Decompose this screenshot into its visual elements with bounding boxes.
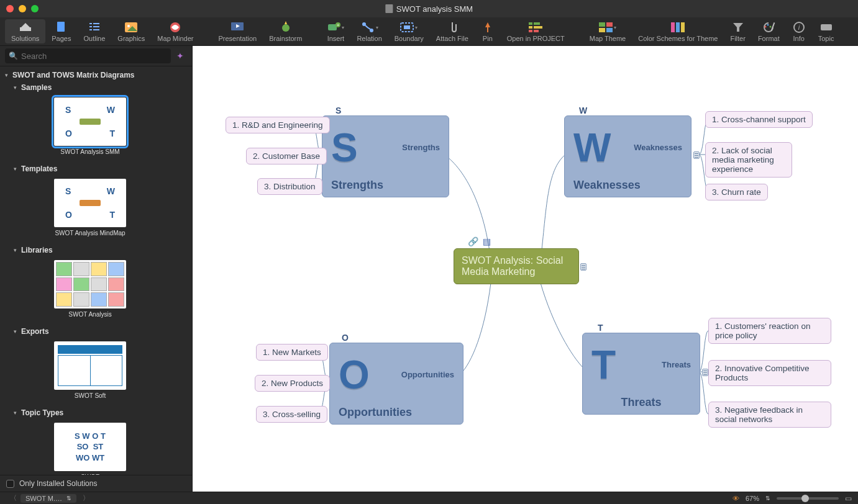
o-item-3[interactable]: 3. Cross-selling: [256, 406, 327, 423]
toolbar-relation[interactable]: ▾ Relation: [350, 19, 388, 43]
template-thumb-preview[interactable]: SWOT: [54, 179, 126, 227]
toolbar-format[interactable]: Format: [752, 19, 786, 43]
toolbar-attach-file[interactable]: Attach File: [430, 19, 475, 43]
toolbar-map-theme[interactable]: ▾ Map Theme: [583, 19, 632, 43]
center-topic-icons: 🔗 ▤: [467, 236, 492, 247]
zoom-label: 67%: [746, 495, 759, 502]
toolbar-pin[interactable]: Pin: [475, 19, 501, 43]
o-item-1[interactable]: 1. New Markets: [256, 344, 328, 361]
sample-thumb-preview[interactable]: SWOT: [54, 97, 126, 146]
search-icon: 🔍: [9, 52, 18, 60]
export-thumb-preview[interactable]: [54, 341, 126, 390]
box-strengths[interactable]: SStrengths Strengths: [322, 115, 449, 197]
handle-center[interactable]: [580, 263, 586, 271]
box-opportunities[interactable]: OOpportunities Opportunities: [329, 343, 463, 425]
zoom-stepper-icon[interactable]: ⇅: [765, 495, 770, 502]
handle-W[interactable]: [693, 151, 700, 159]
toolbar-graphics[interactable]: Graphics: [111, 19, 151, 43]
toolbar-info[interactable]: i Info: [786, 19, 812, 43]
maximize-window-button[interactable]: [31, 5, 39, 12]
solutions-icon: [19, 20, 32, 34]
tree-section-libraries[interactable]: ▾ Libraries: [0, 244, 192, 256]
canvas[interactable]: S SStrengths Strengths 1. R&D and Engine…: [193, 46, 858, 492]
tree-section-templates[interactable]: ▾ Templates: [0, 163, 192, 175]
link-icon[interactable]: 🔗: [467, 236, 478, 247]
page-tab[interactable]: SWOT M... (1/2) ⇅: [21, 494, 76, 503]
toolbar-insert[interactable]: +▾ Insert: [321, 19, 350, 43]
export-thumb-caption: SWOT Soft: [50, 392, 130, 399]
handle-T[interactable]: [702, 369, 708, 376]
library-thumb[interactable]: SWOT Analysis: [37, 260, 143, 318]
w-item-2[interactable]: 2. Lack of social media marketing experi…: [705, 142, 792, 178]
sidebar: 🔍 ✦ ▾ SWOT and TOWS Matrix Diagrams ▾ Sa…: [0, 46, 193, 492]
nav-forward-button[interactable]: 〉: [79, 493, 93, 503]
toolbar-color-schemes[interactable]: Color Schemes for Theme: [632, 19, 724, 43]
eye-icon[interactable]: 👁: [732, 495, 739, 502]
only-installed-checkbox[interactable]: [6, 480, 14, 488]
tab-stepper-icon[interactable]: ⇅: [66, 495, 71, 502]
map-theme-icon: [599, 20, 613, 34]
attach-file-icon: [445, 20, 459, 34]
o-item-2[interactable]: 2. New Products: [255, 375, 330, 392]
toolbar-solutions[interactable]: Solutions: [5, 19, 45, 43]
export-thumb[interactable]: SWOT Soft: [37, 341, 143, 399]
box-threats[interactable]: TThreats Threats: [582, 333, 700, 415]
chevron-down-icon: ▾: [14, 166, 21, 172]
toolbar-filter[interactable]: Filter: [724, 19, 751, 43]
toolbar-outline[interactable]: Outline: [77, 19, 111, 43]
insert-icon: +: [327, 20, 340, 34]
chevron-down-icon: ▾: [14, 328, 21, 335]
svg-text:+: +: [337, 22, 340, 28]
t-item-2[interactable]: 2. Innovative Competitive Products: [708, 360, 831, 386]
svg-marker-16: [285, 21, 287, 24]
toolbar-boundary[interactable]: ▾ Boundary: [388, 19, 430, 43]
note-icon[interactable]: ▤: [481, 236, 492, 247]
tree-section-topic-types[interactable]: ▾ Topic Types: [0, 407, 192, 419]
svg-rect-26: [529, 26, 532, 29]
search-input[interactable]: [5, 48, 171, 63]
toolbar-mapminder[interactable]: Map Minder: [151, 19, 199, 43]
s-item-2[interactable]: 2. Customer Base: [246, 148, 327, 164]
w-item-3[interactable]: 3. Churn rate: [705, 184, 768, 200]
template-thumb[interactable]: SWOT SWOT Analysis MindMap: [37, 179, 143, 236]
document-icon: [385, 4, 393, 13]
w-item-1[interactable]: 1. Cross-channel support: [705, 111, 813, 128]
tree-section-exports[interactable]: ▾ Exports: [0, 325, 192, 338]
sample-thumb[interactable]: SWOT SWOT Analysis SMM: [37, 97, 143, 155]
sidebar-tree: ▾ SWOT and TOWS Matrix Diagrams ▾ Sample…: [0, 66, 192, 492]
center-topic[interactable]: SWOT Analysis: Social Media Marketing: [454, 248, 579, 284]
toolbar-presentation[interactable]: Presentation: [212, 19, 263, 43]
library-thumb-preview[interactable]: [54, 260, 126, 308]
info-icon: i: [792, 20, 806, 34]
s-item-1[interactable]: 1. R&D and Engineering: [226, 117, 330, 133]
svg-rect-4: [89, 26, 92, 27]
svg-point-15: [282, 24, 290, 32]
svg-rect-17: [328, 24, 337, 30]
fit-page-icon[interactable]: ▭: [845, 494, 852, 503]
t-item-3[interactable]: 3. Negative feedback in social networks: [708, 402, 831, 428]
nav-back-button[interactable]: 〈: [6, 493, 21, 503]
topictype-thumb[interactable]: S W O TSO STWO WT SWOT: [37, 423, 143, 480]
t-item-1[interactable]: 1. Customers' reaction on price policy: [708, 318, 831, 344]
zoom-slider-knob[interactable]: [801, 495, 809, 502]
zoom-slider[interactable]: [777, 497, 839, 500]
tree-section-samples[interactable]: ▾ Samples: [0, 81, 192, 94]
minimize-window-button[interactable]: [19, 5, 26, 12]
toolbar-topic[interactable]: Topic: [812, 19, 841, 43]
toolbar-open-project[interactable]: Open in PROJECT: [501, 19, 571, 43]
toolbar-brainstorm[interactable]: Brainstorm: [263, 19, 308, 43]
toolbar-pages[interactable]: Pages: [45, 19, 77, 43]
chevron-down-icon: ▾: [14, 247, 21, 253]
box-weaknesses[interactable]: WWeaknesses Weaknesses: [564, 115, 691, 197]
brainstorm-icon: [279, 20, 293, 34]
search-extension-button[interactable]: ✦: [173, 49, 187, 63]
svg-rect-0: [20, 27, 31, 31]
topictype-thumb-preview[interactable]: S W O TSO STWO WT: [54, 423, 126, 471]
close-window-button[interactable]: [6, 5, 14, 12]
window-title-text: SWOT analysis SMM: [396, 4, 473, 14]
pin-icon: [481, 20, 495, 34]
tree-root[interactable]: ▾ SWOT and TOWS Matrix Diagrams: [0, 69, 192, 81]
chevron-down-icon: ▾: [5, 72, 12, 78]
svg-rect-45: [821, 24, 832, 30]
s-item-3[interactable]: 3. Distribution: [257, 178, 322, 195]
